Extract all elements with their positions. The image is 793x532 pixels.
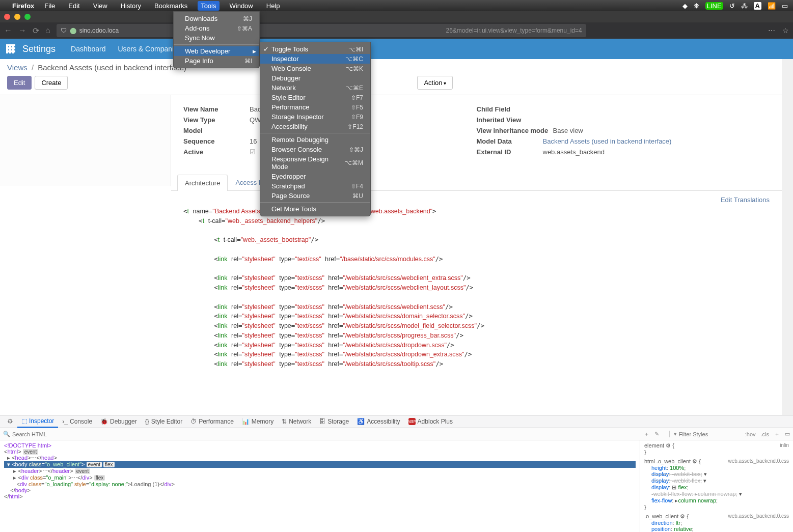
menu-item[interactable]: Get More Tools xyxy=(260,204,370,214)
arch-code: <t name="Backend Assets (used in backend… xyxy=(171,204,497,379)
devtools-tab-console[interactable]: ›_Console xyxy=(58,415,96,428)
home-button[interactable]: ⌂ xyxy=(45,26,50,35)
tools-dropdown: Downloads⌘JAdd-ons⇧⌘ASync NowWeb Develop… xyxy=(173,11,260,68)
label-view-name: View Name xyxy=(183,105,250,113)
devtools-tab-performance[interactable]: ⏱Performance xyxy=(186,415,238,428)
tray-icon[interactable]: ⁂ xyxy=(741,2,748,10)
label-active: Active xyxy=(183,148,250,156)
url-host: sino.odoo.loca xyxy=(79,27,119,34)
css-rules[interactable]: element ⚙ {inlin } html .o_web_client ⚙ … xyxy=(640,440,793,532)
menu-item[interactable]: Accessibility⇧F12 xyxy=(260,122,370,131)
devtools-tabbar: ⯐ ⬚Inspector ›_Console 🐞Debugger {}Style… xyxy=(0,415,793,428)
wifi-icon[interactable]: 📶 xyxy=(768,2,776,10)
search-icon: 🔍 xyxy=(3,431,10,437)
menu-item[interactable]: Remote Debugging xyxy=(260,135,370,145)
breadcrumb: Views / Backend Assets (used in backend … xyxy=(7,63,775,72)
menu-tools[interactable]: Tools xyxy=(198,1,219,11)
cls-toggle[interactable]: .cls xyxy=(761,431,770,437)
devtools-tab-network[interactable]: ⇅Network xyxy=(278,415,315,428)
search-html-input[interactable] xyxy=(12,431,83,437)
value-model-data[interactable]: Backend Assets (used in backend interfac… xyxy=(543,137,672,145)
url-bar[interactable]: 🛡 ⬤ sino.odoo.loca 26&model=ir.ui.view&v… xyxy=(57,24,586,37)
label-model-data: Model Data xyxy=(477,137,543,145)
menu-view[interactable]: View xyxy=(90,1,111,11)
edit-translations-link[interactable]: Edit Translations xyxy=(721,196,770,204)
close-window[interactable] xyxy=(4,14,10,20)
menu-item[interactable]: Page Info⌘I xyxy=(174,56,259,66)
label-external-id: External ID xyxy=(477,148,543,156)
apps-icon[interactable] xyxy=(6,44,15,53)
page-action-icon[interactable]: ⋯ xyxy=(768,26,775,35)
menu-item[interactable]: Style Editor⇧F7 xyxy=(260,93,370,102)
back-button[interactable]: ← xyxy=(4,26,12,35)
dom-tree[interactable]: <!DOCTYPE html> <html> event ▸ <head>⋯</… xyxy=(0,440,640,532)
form-view: View NameBack View TypeQWe Model Sequenc… xyxy=(0,95,782,169)
menu-item[interactable]: Inspector⌥⌘C xyxy=(260,54,370,64)
tray-icon[interactable]: ❋ xyxy=(694,2,699,10)
checkbox-active: ☑ xyxy=(250,148,256,156)
label-child-field: Child Field xyxy=(477,105,543,113)
add-rule-icon[interactable]: ＋ xyxy=(774,430,780,438)
devtools-tab-inspector[interactable]: ⬚Inspector xyxy=(17,415,58,428)
menu-item[interactable]: Browser Console⇧⌘J xyxy=(260,145,370,154)
nav-users[interactable]: Users & Companies xyxy=(118,45,181,53)
menu-item[interactable]: Add-ons⇧⌘A xyxy=(174,23,259,33)
menu-bookmarks[interactable]: Bookmarks xyxy=(151,1,190,11)
pick-element-icon[interactable]: ⯐ xyxy=(3,415,17,428)
mac-menubar: Firefox File Edit View History Bookmarks… xyxy=(0,0,793,11)
panel-menu-icon[interactable]: ▭ xyxy=(785,431,790,437)
bookmark-star-icon[interactable]: ☆ xyxy=(782,26,789,35)
menu-help[interactable]: Help xyxy=(263,1,283,11)
display-icon[interactable]: ▭ xyxy=(782,2,788,10)
menu-item[interactable]: Page Source⌘U xyxy=(260,191,370,201)
filter-styles-input[interactable] xyxy=(679,431,740,437)
menu-item[interactable]: Debugger xyxy=(260,73,370,83)
tray-icon[interactable]: LINE xyxy=(705,2,723,10)
menu-window[interactable]: Window xyxy=(227,1,256,11)
value-external-id: web.assets_backend xyxy=(543,148,605,156)
devtools-tab-adblock[interactable]: ABPAdblock Plus xyxy=(404,415,457,428)
tray-icon[interactable]: ◆ xyxy=(682,2,688,10)
webdev-submenu: ✓Toggle Tools⌥⌘IInspector⌥⌘CWeb Console⌥… xyxy=(260,42,371,216)
menu-item[interactable]: Web Console⌥⌘K xyxy=(260,64,370,73)
devtools-tab-debugger[interactable]: 🐞Debugger xyxy=(96,415,141,428)
devtools-tab-storage[interactable]: 🗄Storage xyxy=(315,415,353,428)
menu-file[interactable]: File xyxy=(41,1,58,11)
filter-icon: ▾ xyxy=(669,431,677,437)
menu-item[interactable]: Scratchpad⇧F4 xyxy=(260,181,370,191)
menu-item[interactable]: Network⌥⌘E xyxy=(260,83,370,93)
devtools-search-row: 🔍 ＋ ✎ ▾ :hov .cls ＋ ▭ xyxy=(0,428,793,440)
reload-button[interactable]: ⟳ xyxy=(33,26,39,36)
menu-item[interactable]: Storage Inspector⇧F9 xyxy=(260,112,370,122)
menu-item[interactable]: Sync Now xyxy=(174,33,259,43)
devtools-tab-accessibility[interactable]: ♿Accessibility xyxy=(353,415,404,428)
action-dropdown[interactable]: Action xyxy=(417,76,453,90)
url-query: 26&model=ir.ui.view&view_type=form&menu_… xyxy=(446,27,582,34)
app-name[interactable]: Firefox xyxy=(12,2,34,10)
control-panel: Views / Backend Assets (used in backend … xyxy=(0,59,782,95)
menu-edit[interactable]: Edit xyxy=(65,1,83,11)
breadcrumb-root[interactable]: Views xyxy=(7,63,28,72)
nav-dashboard[interactable]: Dashboard xyxy=(71,45,106,53)
tab-architecture[interactable]: Architecture xyxy=(177,175,228,191)
hov-toggle[interactable]: :hov xyxy=(745,431,756,437)
menu-item[interactable]: Downloads⌘J xyxy=(174,14,259,23)
eyedropper-icon[interactable]: ✎ xyxy=(654,431,659,437)
tray-icon[interactable]: A xyxy=(754,2,761,10)
devtools-tab-memory[interactable]: 📊Memory xyxy=(238,415,278,428)
add-icon[interactable]: ＋ xyxy=(644,430,649,438)
menu-item[interactable]: Eyedropper xyxy=(260,172,370,181)
zoom-window[interactable] xyxy=(24,14,31,20)
menu-history[interactable]: History xyxy=(118,1,144,11)
devtools-tab-style[interactable]: {}Style Editor xyxy=(141,415,186,428)
menu-item[interactable]: ✓Toggle Tools⌥⌘I xyxy=(260,44,370,54)
menu-item[interactable]: Responsive Design Mode⌥⌘M xyxy=(260,154,370,172)
forward-button[interactable]: → xyxy=(18,26,26,35)
create-button[interactable]: Create xyxy=(35,76,68,90)
edit-button[interactable]: Edit xyxy=(7,76,32,90)
menu-item[interactable]: Performance⇧F5 xyxy=(260,102,370,112)
tray-icon[interactable]: ↺ xyxy=(729,2,735,10)
menu-item[interactable]: Web Developer xyxy=(174,46,259,56)
label-sequence: Sequence xyxy=(183,137,250,145)
minimize-window[interactable] xyxy=(14,14,20,20)
